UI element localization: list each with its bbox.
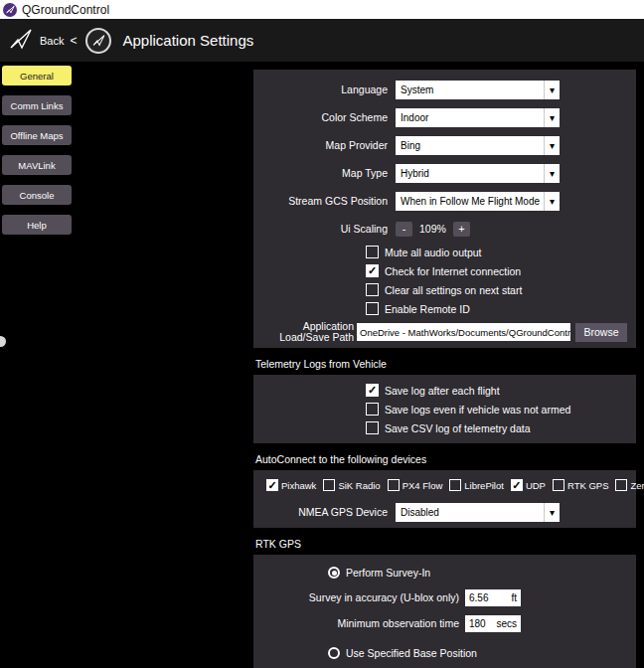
min-observation-time-row: Minimum observation time 180 secs — [253, 614, 636, 632]
checkbox-check-internet[interactable]: Check for Internet connection — [366, 261, 636, 280]
map-type-label: Map Type — [253, 167, 396, 179]
sidebar-item-label: Help — [27, 220, 47, 231]
application-settings-icon — [85, 28, 111, 54]
dropdown-value: Indoor — [396, 112, 544, 123]
checkbox-icon[interactable] — [366, 283, 379, 296]
checkbox-clear-settings[interactable]: Clear all settings on next start — [366, 280, 636, 299]
stream-gcs-position-row: Stream GCS Position When in Follow Me Fl… — [253, 187, 636, 215]
autoconnect-panel: Pixhawk SiK Radio PX4 Flow LibrePilot UD… — [253, 470, 636, 528]
dropdown-value: Hybrid — [396, 168, 544, 179]
checkbox-icon[interactable] — [266, 479, 278, 491]
sidebar-item-mavlink[interactable]: MAVLink — [2, 155, 72, 175]
checkbox-save-logs-not-armed[interactable]: Save logs even if vehicle was not armed — [366, 400, 636, 418]
sidebar-item-general[interactable]: General — [2, 66, 72, 85]
nmea-gps-device-dropdown[interactable]: Disabled — [396, 503, 560, 522]
sidebar-item-console[interactable]: Console — [2, 185, 72, 205]
checkbox-udp[interactable]: UDP — [511, 479, 546, 491]
load-save-path-value: OneDrive - MathWorks/Documents/QGroundCo… — [360, 327, 570, 338]
checkbox-rtk-gps[interactable]: RTK GPS — [553, 479, 609, 491]
color-scheme-dropdown[interactable]: Indoor — [396, 108, 560, 127]
chevron-down-icon — [544, 108, 560, 127]
chevron-down-icon — [544, 81, 560, 99]
checkbox-icon[interactable] — [553, 479, 564, 491]
min-observation-time-value: 180 — [469, 618, 486, 629]
checkbox-icon[interactable] — [366, 384, 379, 397]
ui-scaling-label: Ui Scaling — [253, 223, 396, 235]
language-dropdown[interactable]: System — [396, 81, 560, 99]
sidebar-item-offline-maps[interactable]: Offline Maps — [2, 125, 72, 145]
checkbox-enable-remote-id[interactable]: Enable Remote ID — [366, 299, 636, 318]
load-save-path-row: Application Load/Save Path OneDrive - Ma… — [253, 322, 636, 342]
titlebar: QGroundControl — [0, 0, 644, 19]
paper-plane-icon — [92, 34, 105, 47]
dropdown-value: System — [396, 84, 544, 95]
back-chevron-icon: < — [70, 34, 77, 48]
settings-content: Language System Color Scheme Indoor Map … — [253, 70, 636, 668]
dropdown-value: When in Follow Me Flight Mode — [396, 196, 544, 207]
ui-scaling-row: Ui Scaling - 109% + — [253, 215, 636, 243]
checkbox-icon[interactable] — [366, 264, 379, 277]
checkbox-icon[interactable] — [366, 403, 379, 416]
map-type-row: Map Type Hybrid — [253, 159, 636, 187]
ui-scaling-increase-button[interactable]: + — [453, 222, 470, 237]
stream-gcs-position-label: Stream GCS Position — [253, 195, 396, 207]
checkbox-sik-radio[interactable]: SiK Radio — [323, 479, 380, 491]
telemetry-section-title: Telemetry Logs from Vehicle — [255, 358, 636, 371]
load-save-path-label: Application Load/Save Path — [257, 321, 357, 343]
checkbox-icon[interactable] — [511, 479, 523, 491]
checkbox-zero-conf[interactable]: Zero-Conf — [615, 479, 644, 491]
min-observation-time-label: Minimum observation time — [253, 617, 459, 629]
checkbox-icon[interactable] — [366, 421, 379, 434]
chevron-down-icon — [544, 136, 560, 155]
map-provider-dropdown[interactable]: Bing — [396, 136, 560, 155]
nmea-gps-device-row: NMEA GPS Device Disabled — [253, 502, 636, 522]
map-provider-label: Map Provider — [253, 139, 396, 151]
back-button[interactable]: Back < — [8, 27, 77, 55]
toolbar: Back < Application Settings — [0, 19, 644, 62]
radio-label: Use Specified Base Position — [346, 647, 477, 659]
stream-gcs-position-dropdown[interactable]: When in Follow Me Flight Mode — [396, 192, 560, 211]
browse-button[interactable]: Browse — [575, 323, 627, 342]
checkbox-pixhawk[interactable]: Pixhawk — [266, 479, 316, 491]
survey-accuracy-row: Survey in accuracy (U-blox only) 6.56 ft — [253, 588, 636, 606]
checkbox-icon[interactable] — [615, 479, 627, 491]
checkbox-label: Save logs even if vehicle was not armed — [385, 404, 570, 416]
qgroundcontrol-window: QGroundControl Back < Application Settin… — [0, 0, 644, 62]
back-label: Back — [40, 35, 64, 47]
checkbox-mute-audio[interactable]: Mute all audio output — [366, 243, 636, 261]
survey-accuracy-value: 6.56 — [469, 592, 488, 603]
radio-icon[interactable] — [328, 647, 340, 659]
checkbox-label: Zero-Conf — [630, 480, 644, 491]
sidebar-item-label: Comm Links — [11, 100, 64, 111]
map-type-dropdown[interactable]: Hybrid — [396, 164, 560, 183]
checkbox-save-log-after-flight[interactable]: Save log after each flight — [366, 381, 636, 400]
ui-scaling-decrease-button[interactable]: - — [396, 222, 412, 237]
window-title: QGroundControl — [22, 3, 109, 17]
page-title: Application Settings — [122, 32, 253, 49]
checkbox-icon[interactable] — [388, 479, 400, 491]
checkbox-icon[interactable] — [449, 479, 461, 491]
sidebar-item-label: Console — [20, 190, 55, 201]
ui-scaling-value: 109% — [419, 223, 446, 235]
radio-use-specified-base-position[interactable]: Use Specified Base Position — [328, 645, 636, 661]
radio-icon[interactable] — [328, 567, 340, 579]
checkbox-save-csv-log[interactable]: Save CSV log of telemetry data — [366, 418, 636, 437]
radio-perform-survey-in[interactable]: Perform Survey-In — [328, 565, 636, 581]
qgc-app-icon — [3, 3, 17, 17]
ui-scaling-controls: - 109% + — [396, 222, 470, 237]
min-observation-time-input[interactable]: 180 secs — [465, 615, 521, 632]
checkbox-icon[interactable] — [323, 479, 335, 491]
nmea-gps-device-label: NMEA GPS Device — [253, 506, 396, 518]
sidebar-item-help[interactable]: Help — [2, 215, 72, 235]
checkbox-icon[interactable] — [366, 246, 379, 258]
survey-accuracy-input[interactable]: 6.56 ft — [465, 589, 521, 606]
load-save-path-input[interactable]: OneDrive - MathWorks/Documents/QGroundCo… — [357, 323, 570, 341]
min-observation-time-unit: secs — [496, 618, 517, 629]
checkbox-px4-flow[interactable]: PX4 Flow — [388, 479, 443, 491]
sidebar-item-comm-links[interactable]: Comm Links — [2, 95, 72, 115]
survey-accuracy-unit: ft — [511, 592, 517, 603]
checkbox-label: LibrePilot — [464, 480, 504, 491]
checkbox-icon[interactable] — [366, 302, 379, 315]
qgc-plane-icon — [8, 27, 34, 55]
checkbox-librepilot[interactable]: LibrePilot — [449, 479, 504, 491]
